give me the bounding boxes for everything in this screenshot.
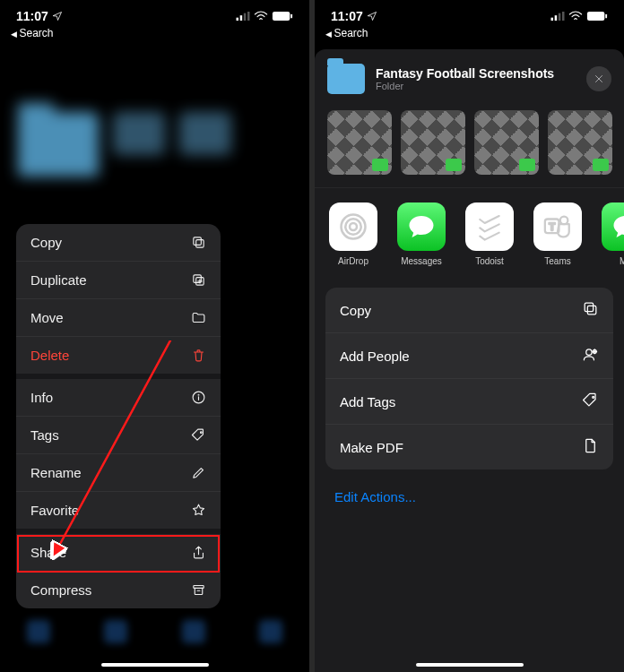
svg-rect-24	[273, 12, 290, 21]
svg-rect-30	[562, 12, 565, 21]
svg-rect-27	[551, 18, 554, 21]
copy-icon	[190, 235, 206, 250]
duplicate-icon	[190, 272, 206, 288]
sheet-subtitle: Folder	[376, 81, 576, 91]
action-label: Add Tags	[340, 394, 395, 409]
sheet-title: Fantasy Football Screenshots	[376, 66, 576, 81]
apps-row[interactable]: AirDrop Messages TodoistT Teams Me	[315, 187, 624, 282]
folder-icon	[113, 112, 165, 155]
app-airdrop[interactable]: AirDrop	[327, 202, 379, 266]
svg-rect-22	[244, 13, 247, 21]
star-icon	[190, 503, 206, 518]
wifi-icon	[568, 11, 583, 22]
info-icon	[190, 390, 206, 405]
action-add-tags[interactable]: Add Tags	[325, 379, 613, 425]
teams-icon: T	[533, 202, 582, 251]
app-label: Todoist	[464, 256, 516, 266]
battery-icon	[272, 11, 293, 22]
svg-point-34	[560, 217, 568, 225]
thumbnail[interactable]	[327, 110, 392, 175]
menu-item-info[interactable]: Info	[16, 379, 221, 417]
app-teams[interactable]: T Teams	[532, 202, 584, 266]
menu-item-move[interactable]: Move	[16, 299, 221, 337]
airdrop-icon	[329, 202, 377, 251]
menu-item-label: Compress	[30, 582, 91, 598]
folder-icon	[190, 310, 206, 325]
menu-item-label: Rename	[30, 465, 82, 480]
folder-icon	[18, 112, 99, 177]
svg-rect-28	[555, 15, 558, 21]
action-copy[interactable]: Copy	[325, 288, 613, 333]
menu-item-label: Info	[30, 390, 53, 405]
thumbnails-row[interactable]	[315, 107, 624, 187]
tag-icon	[582, 392, 599, 411]
menu-item-compress[interactable]: Compress	[16, 572, 221, 608]
wifi-icon	[254, 11, 268, 22]
app-more[interactable]: Me	[600, 202, 624, 266]
menu-item-share[interactable]: Share	[16, 534, 221, 572]
add-people-icon	[582, 346, 599, 366]
trash-icon	[190, 348, 206, 363]
app-label: Teams	[532, 256, 584, 266]
svg-rect-32	[605, 14, 607, 19]
document-icon	[582, 437, 599, 457]
location-icon	[52, 11, 63, 22]
tab-bar	[0, 609, 309, 654]
menu-item-copy[interactable]: Copy	[16, 224, 221, 262]
action-add-people[interactable]: Add People	[325, 333, 613, 379]
clock: 11:07	[331, 9, 363, 23]
thumbnail[interactable]	[401, 110, 465, 175]
menu-item-duplicate[interactable]: Duplicate	[16, 262, 221, 299]
menu-item-tags[interactable]: Tags	[16, 417, 221, 454]
pencil-icon	[190, 465, 206, 480]
menu-item-rename[interactable]: Rename	[16, 454, 221, 492]
todoist-icon	[465, 202, 514, 251]
menu-item-label: Favorite	[30, 503, 79, 518]
app-label: AirDrop	[327, 256, 379, 266]
menu-item-delete[interactable]: Delete	[16, 337, 221, 379]
svg-rect-23	[247, 12, 250, 21]
menu-item-label: Copy	[30, 235, 62, 250]
archive-icon	[190, 582, 206, 598]
folder-icon	[327, 64, 365, 94]
app-todoist[interactable]: Todoist	[464, 202, 516, 266]
thumbnail[interactable]	[474, 110, 539, 175]
screenshot-left: 11:07 Search Copy Duplicate Move Delete …	[0, 0, 309, 672]
share-icon	[190, 545, 206, 560]
status-bar: 11:07	[0, 0, 309, 27]
tag-icon	[190, 427, 206, 443]
home-indicator	[416, 663, 524, 667]
more-icon	[602, 202, 624, 251]
home-indicator	[101, 663, 209, 667]
edit-actions-button[interactable]: Edit Actions...	[315, 475, 624, 519]
back-to-search[interactable]: Search	[0, 27, 309, 39]
back-to-search[interactable]: Search	[315, 27, 624, 39]
context-menu: Copy Duplicate Move Delete Info Tags Ren…	[16, 224, 221, 608]
svg-rect-29	[559, 13, 561, 21]
screenshot-right: 11:07 Search Fantasy Football Screenshot…	[315, 0, 624, 672]
share-sheet: Fantasy Football Screenshots Folder AirD…	[315, 49, 624, 672]
svg-rect-25	[290, 14, 292, 19]
menu-item-label: Duplicate	[30, 272, 87, 288]
action-label: Copy	[340, 303, 371, 318]
folder-icon	[179, 112, 231, 155]
svg-rect-20	[237, 18, 239, 21]
status-bar: 11:07	[315, 0, 624, 27]
clock: 11:07	[16, 9, 48, 23]
action-label: Add People	[340, 349, 410, 364]
menu-item-favorite[interactable]: Favorite	[16, 492, 221, 534]
app-label: Me	[600, 256, 624, 266]
copy-icon	[582, 300, 599, 320]
svg-text:T: T	[549, 221, 555, 232]
action-label: Make PDF	[340, 440, 403, 455]
cellular-icon	[236, 12, 250, 21]
menu-item-label: Share	[30, 545, 66, 560]
close-button[interactable]	[586, 66, 611, 91]
app-messages[interactable]: Messages	[395, 202, 447, 266]
thumbnail[interactable]	[548, 110, 612, 175]
menu-item-label: Move	[30, 310, 64, 325]
action-make-pdf[interactable]: Make PDF	[325, 425, 613, 470]
actions-list: Copy Add People Add Tags Make PDF	[325, 288, 613, 470]
cellular-icon	[550, 12, 565, 21]
menu-item-label: Tags	[30, 427, 59, 443]
